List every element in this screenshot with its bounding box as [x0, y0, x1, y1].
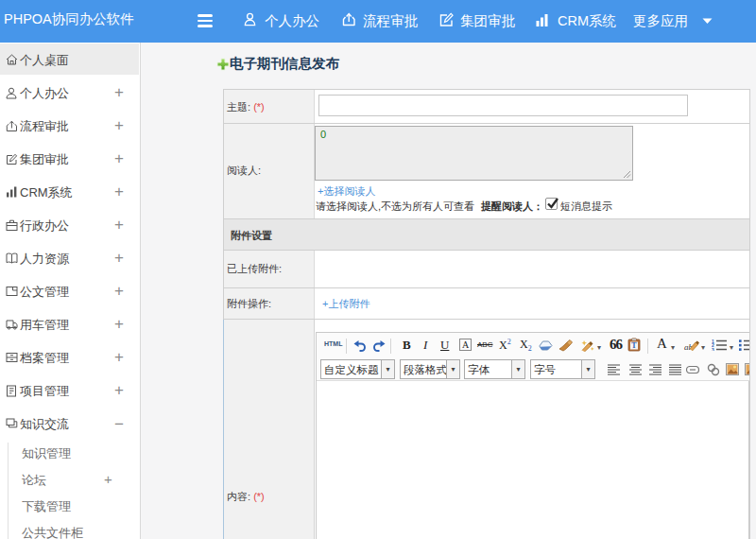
svg-text:T: T — [631, 341, 637, 350]
svg-text:3: 3 — [712, 347, 714, 352]
